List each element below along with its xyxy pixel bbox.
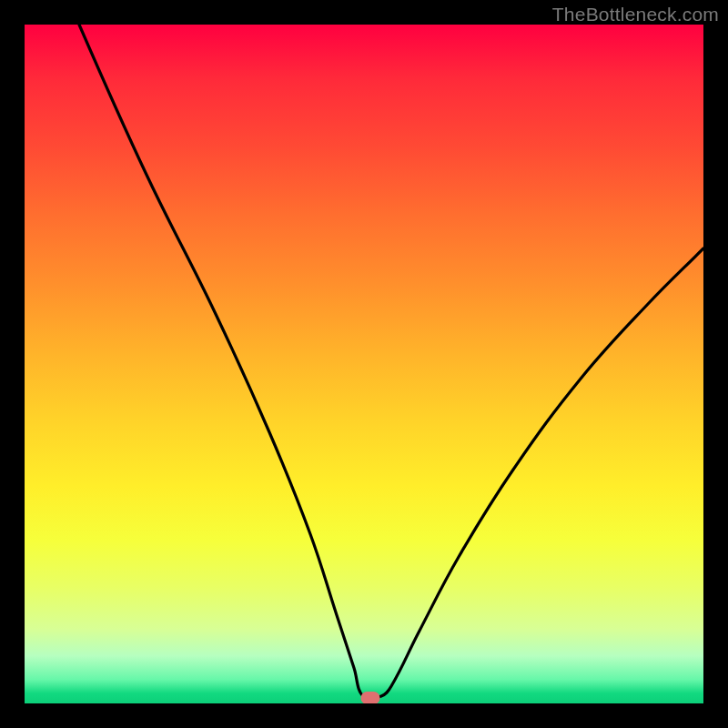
chart-stage: TheBottleneck.com <box>0 0 728 728</box>
plot-area <box>25 25 703 703</box>
bottleneck-marker <box>361 692 380 703</box>
watermark-text: TheBottleneck.com <box>552 4 719 25</box>
bottleneck-curve <box>25 25 703 703</box>
